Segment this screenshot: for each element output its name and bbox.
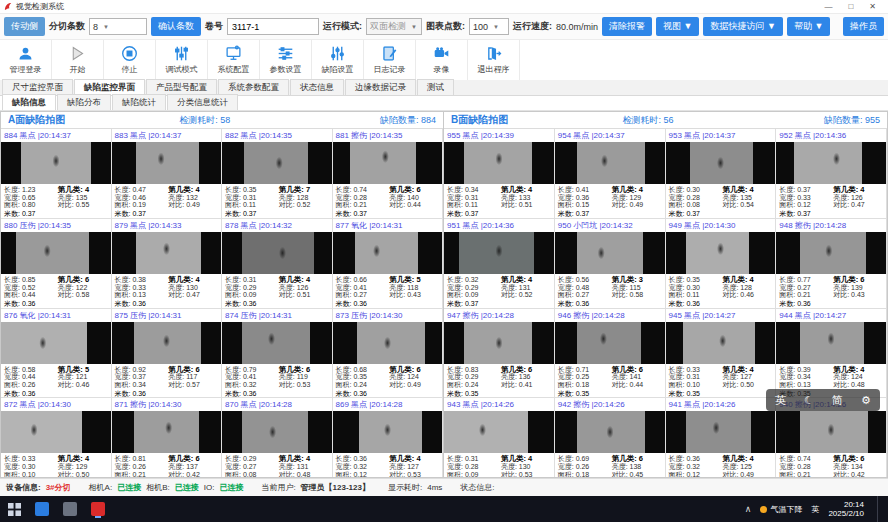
debug-mode-button[interactable]: 调试模式 bbox=[156, 40, 208, 80]
defect-brightness: 亮度: 124 bbox=[389, 373, 439, 381]
roll-number-input[interactable] bbox=[227, 18, 319, 35]
subtab-缺陷分布[interactable]: 缺陷分布 bbox=[57, 94, 111, 110]
defect-cell-955[interactable]: 955 黑点 |20:14:39长度: 0.34宽度: 0.31面积: 0.11… bbox=[444, 129, 555, 219]
taskbar-app-inspection-active[interactable] bbox=[84, 496, 112, 522]
defect-cell-953[interactable]: 953 黑点 |20:14:37长度: 0.30宽度: 0.28面积: 0.08… bbox=[666, 129, 777, 219]
system-config-button[interactable]: 系统配置 bbox=[208, 40, 260, 80]
defect-cell-949[interactable]: 949 黑点 |20:14:30长度: 0.35宽度: 0.30面积: 0.11… bbox=[666, 219, 777, 309]
status-info-label: 状态信息: bbox=[460, 482, 494, 493]
defect-cell-947[interactable]: 947 擦伤 |20:14:28长度: 0.83宽度: 0.29面积: 0.24… bbox=[444, 309, 555, 399]
help-menu-button[interactable]: 帮助 ▼ bbox=[787, 17, 830, 36]
defect-area: 面积: 0.09 bbox=[225, 291, 279, 299]
exit-program-button[interactable]: 退出程序 bbox=[468, 40, 520, 80]
tab-缺陷监控界面[interactable]: 缺陷监控界面 bbox=[74, 79, 145, 95]
taskbar-app-generic[interactable] bbox=[56, 496, 84, 522]
defect-cell-883[interactable]: 883 黑点 |20:14:37长度: 0.47宽度: 0.46面积: 0.19… bbox=[112, 129, 223, 219]
slit-count-select[interactable]: 8▼ bbox=[89, 18, 147, 35]
tab-状态信息[interactable]: 状态信息 bbox=[290, 79, 344, 95]
taskbar-clock[interactable]: 20:14 2025/2/10 bbox=[828, 500, 864, 518]
data-quick-access-button[interactable]: 数据快捷访问 ▼ bbox=[703, 17, 782, 36]
tray-expand-icon[interactable]: ∧ bbox=[745, 504, 752, 514]
tab-尺寸监控界面[interactable]: 尺寸监控界面 bbox=[2, 79, 73, 95]
defect-class: 第几类: 4 bbox=[722, 276, 772, 284]
clear-alarm-button[interactable]: 清除报警 bbox=[602, 17, 652, 36]
video-record-button[interactable]: 录像 bbox=[416, 40, 468, 80]
defect-length: 长度: 0.41 bbox=[558, 186, 612, 194]
defect-cell-874[interactable]: 874 压伤 |20:14:31长度: 0.79宽度: 0.41面积: 0.32… bbox=[222, 309, 333, 399]
night-mode-icon[interactable]: ☾ bbox=[804, 394, 814, 407]
show-desktop-button[interactable] bbox=[877, 496, 880, 522]
subtab-分类信息统计[interactable]: 分类信息统计 bbox=[167, 94, 238, 110]
defect-cell-881[interactable]: 881 擦伤 |20:14:35长度: 0.74宽度: 0.28面积: 0.21… bbox=[333, 129, 444, 219]
run-mode-select[interactable]: 双面检测▼ bbox=[366, 18, 422, 35]
start-button[interactable]: 开始 bbox=[52, 40, 104, 80]
defect-cell-870[interactable]: 870 黑点 |20:14:28长度: 0.29宽度: 0.27面积: 0.08… bbox=[222, 398, 333, 478]
defect-cell-869[interactable]: 869 黑点 |20:14:28长度: 0.36宽度: 0.32面积: 0.12… bbox=[333, 398, 444, 478]
defect-brightness: 亮度: 135 bbox=[722, 194, 772, 202]
defect-class: 第几类: 4 bbox=[58, 455, 108, 463]
defect-cell-943[interactable]: 943 黑点 |20:14:26长度: 0.31宽度: 0.28面积: 0.09… bbox=[444, 398, 555, 478]
tab-系统参数配置[interactable]: 系统参数配置 bbox=[218, 79, 289, 95]
lang-cn-button[interactable]: 简 bbox=[832, 393, 843, 408]
defect-cell-948[interactable]: 948 擦伤 |20:14:28长度: 0.77宽度: 0.27面积: 0.21… bbox=[776, 219, 887, 309]
tab-测试[interactable]: 测试 bbox=[417, 79, 454, 95]
defect-cell-880[interactable]: 880 压伤 |20:14:35长度: 0.85宽度: 0.52面积: 0.44… bbox=[1, 219, 112, 309]
confirm-count-button[interactable]: 确认条数 bbox=[151, 17, 201, 36]
subtab-缺陷统计[interactable]: 缺陷统计 bbox=[112, 94, 166, 110]
start-button[interactable] bbox=[0, 496, 28, 522]
defect-cell-941[interactable]: 941 黑点 |20:14:26长度: 0.36宽度: 0.32面积: 0.12… bbox=[666, 398, 777, 478]
log-record-button[interactable]: 日志记录 bbox=[364, 40, 416, 80]
defect-length: 长度: 0.38 bbox=[115, 276, 169, 284]
operator-button[interactable]: 操作员 bbox=[843, 17, 884, 36]
chart-points-select[interactable]: 100▼ bbox=[469, 18, 509, 35]
defect-settings-button[interactable]: 缺陷设置 bbox=[312, 40, 364, 80]
taskbar-app-file-explorer[interactable] bbox=[28, 496, 56, 522]
defect-cell-951[interactable]: 951 黑点 |20:14:36长度: 0.32宽度: 0.29面积: 0.09… bbox=[444, 219, 555, 309]
defect-cell-879[interactable]: 879 黑点 |20:14:33长度: 0.38宽度: 0.33面积: 0.13… bbox=[112, 219, 223, 309]
defect-cell-946[interactable]: 946 擦伤 |20:14:28长度: 0.71宽度: 0.25面积: 0.18… bbox=[555, 309, 666, 399]
defect-cell-950[interactable]: 950 小凹坑 |20:14:32长度: 0.56宽度: 0.48面积: 0.2… bbox=[555, 219, 666, 309]
defect-cell-878[interactable]: 878 黑点 |20:14:32长度: 0.31宽度: 0.29面积: 0.09… bbox=[222, 219, 333, 309]
tab-产品型号配置[interactable]: 产品型号配置 bbox=[146, 79, 217, 95]
subtab-缺陷信息[interactable]: 缺陷信息 bbox=[2, 94, 56, 110]
defect-cell-944[interactable]: 944 黑点 |20:14:27长度: 0.39宽度: 0.34面积: 0.13… bbox=[776, 309, 887, 399]
param-settings-button[interactable]: 参数设置 bbox=[260, 40, 312, 80]
defect-cell-884[interactable]: 884 黑点 |20:14:37长度: 1.23宽度: 0.65面积: 0.80… bbox=[1, 129, 112, 219]
defect-cell-952[interactable]: 952 黑点 |20:14:36长度: 0.37宽度: 0.33面积: 0.12… bbox=[776, 129, 887, 219]
view-menu-button[interactable]: 视图 ▼ bbox=[656, 17, 699, 36]
stop-button[interactable]: 停止 bbox=[104, 40, 156, 80]
display-time-label: 显示耗时: bbox=[388, 482, 422, 493]
defect-area: 面积: 0.24 bbox=[447, 381, 501, 389]
defect-cell-873[interactable]: 873 压伤 |20:14:30长度: 0.68宽度: 0.35面积: 0.24… bbox=[333, 309, 444, 399]
maximize-button[interactable]: □ bbox=[848, 2, 853, 11]
defect-cell-875[interactable]: 875 压伤 |20:14:31长度: 0.92宽度: 0.37面积: 0.34… bbox=[112, 309, 223, 399]
defect-brightness: 亮度: 128 bbox=[722, 284, 772, 292]
defect-cell-872[interactable]: 872 黑点 |20:14:30长度: 0.33宽度: 0.30面积: 0.10… bbox=[1, 398, 112, 478]
close-button[interactable]: ✕ bbox=[869, 2, 876, 11]
minimize-button[interactable]: — bbox=[824, 2, 832, 11]
defect-area: 面积: 0.12 bbox=[669, 471, 723, 478]
device-info-label: 设备信息: bbox=[6, 482, 41, 493]
settings-gear-icon[interactable]: ⚙ bbox=[861, 394, 871, 407]
defect-cell-header: 874 压伤 |20:14:31 bbox=[222, 309, 332, 322]
defect-cell-877[interactable]: 877 氧化 |20:14:31长度: 0.66宽度: 0.41面积: 0.27… bbox=[333, 219, 444, 309]
app-icon bbox=[63, 502, 77, 516]
lang-en-button[interactable]: 英 bbox=[775, 393, 786, 408]
defect-area: 面积: 0.09 bbox=[447, 471, 501, 478]
defect-width: 宽度: 0.37 bbox=[115, 373, 169, 381]
drive-side-button[interactable]: 传动侧 bbox=[4, 17, 45, 36]
admin-login-button[interactable]: 管理登录 bbox=[0, 40, 52, 80]
defect-info: 长度: 0.36宽度: 0.32面积: 0.12米数: 0.35第几类: 4亮度… bbox=[333, 453, 443, 478]
input-language-indicator[interactable]: 英 bbox=[811, 504, 819, 515]
defect-cell-882[interactable]: 882 黑点 |20:14:35长度: 0.35宽度: 0.31面积: 0.11… bbox=[222, 129, 333, 219]
panel-title: A面缺陷拍图 bbox=[8, 113, 179, 127]
defect-cell-954[interactable]: 954 黑点 |20:14:37长度: 0.41宽度: 0.36面积: 0.15… bbox=[555, 129, 666, 219]
defect-cell-942[interactable]: 942 擦伤 |20:14:26长度: 0.69宽度: 0.26面积: 0.18… bbox=[555, 398, 666, 478]
defect-cell-876[interactable]: 876 氧化 |20:14:31长度: 0.58宽度: 0.44面积: 0.26… bbox=[1, 309, 112, 399]
defect-image bbox=[444, 411, 554, 453]
defect-cell-871[interactable]: 871 擦伤 |20:14:30长度: 0.81宽度: 0.26面积: 0.21… bbox=[112, 398, 223, 478]
weather-widget[interactable]: 气温下降 bbox=[760, 504, 802, 515]
tab-边缘数据记录[interactable]: 边缘数据记录 bbox=[345, 79, 416, 95]
defect-width: 宽度: 0.26 bbox=[115, 463, 169, 471]
defect-cell-945[interactable]: 945 黑点 |20:14:27长度: 0.33宽度: 0.31面积: 0.10… bbox=[666, 309, 777, 399]
